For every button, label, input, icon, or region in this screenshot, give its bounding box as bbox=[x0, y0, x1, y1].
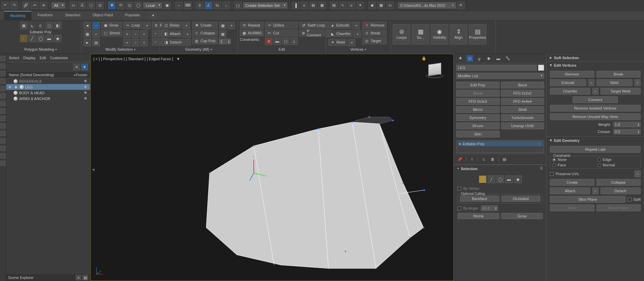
repeat-last-button[interactable]: Repeat Last bbox=[550, 146, 641, 153]
modifier-list-dropdown[interactable]: Modifier List bbox=[456, 73, 544, 79]
radio-edge[interactable] bbox=[597, 158, 601, 162]
named-sel-icon[interactable]: { } bbox=[234, 2, 242, 9]
mod-btn-edit-poly[interactable]: Edit Poly bbox=[456, 82, 500, 88]
vstrip-btn[interactable] bbox=[0, 116, 6, 121]
menu-select[interactable]: Select bbox=[9, 56, 19, 60]
chk-by-vertex[interactable] bbox=[458, 187, 461, 191]
ref-coord-dropdown[interactable]: Local bbox=[143, 2, 162, 9]
close-icon[interactable]: ✕ bbox=[457, 2, 465, 9]
chamfer-dd-icon[interactable]: ▾ bbox=[354, 30, 361, 38]
viewport-label-plus[interactable]: [ + ] bbox=[93, 57, 100, 61]
attach-dd-icon[interactable]: ▾ bbox=[183, 30, 191, 38]
display-tab-icon[interactable]: ▬ bbox=[495, 55, 502, 62]
panel-title-edit[interactable]: Edit bbox=[240, 47, 324, 52]
prev-sel-icon[interactable]: ◄ bbox=[84, 22, 91, 29]
attach-list-button[interactable]: ▫ bbox=[592, 187, 598, 194]
geo-create-button[interactable]: Create bbox=[550, 179, 594, 186]
select-name-icon[interactable]: ☰ bbox=[78, 2, 86, 9]
vstrip-btn[interactable] bbox=[0, 56, 6, 61]
mod-btn-bevel[interactable]: Bevel bbox=[456, 90, 500, 97]
vertex-subobj-icon[interactable]: ⋮ bbox=[20, 35, 28, 42]
next-sel-icon[interactable]: ► bbox=[84, 39, 91, 46]
detach-button[interactable]: ◨Detach bbox=[162, 39, 191, 46]
expand-icon[interactable]: ▸ bbox=[459, 142, 461, 146]
element-subobj-icon[interactable]: ◉ bbox=[54, 35, 61, 42]
edit-poly-mode-icon[interactable]: ◣ bbox=[29, 22, 36, 29]
loop-opt1-icon[interactable]: ▫ bbox=[132, 30, 139, 38]
material-editor-icon[interactable]: ◉ bbox=[369, 2, 376, 9]
create-button[interactable]: ✚Create bbox=[192, 22, 218, 29]
geo-opt1-icon[interactable]: ▦ bbox=[219, 22, 227, 29]
extrude-button[interactable]: ▲Extrude bbox=[328, 22, 351, 29]
frozen-icon[interactable]: ❄ bbox=[82, 90, 89, 95]
mod-btn-ffd3[interactable]: FFD 3x3x3 bbox=[456, 98, 500, 105]
panel-title-geometry-all[interactable]: Geometry (All)▾ bbox=[162, 47, 235, 52]
lock-icon[interactable]: 🔒 bbox=[422, 56, 426, 61]
frozen-icon[interactable]: ❄ bbox=[82, 96, 89, 101]
layers-icon[interactable]: ▤ bbox=[309, 2, 317, 9]
tab-freeform[interactable]: Freeform bbox=[32, 11, 59, 20]
break-vert-button[interactable]: Break bbox=[596, 71, 641, 78]
mod-btn-mirror[interactable]: Mirror bbox=[456, 106, 500, 113]
nurms-button[interactable]: ▦NURMS bbox=[240, 30, 264, 36]
window-crossing-icon[interactable]: ⊡ bbox=[96, 2, 104, 9]
shaded-mode-icon[interactable]: ◧ bbox=[54, 22, 61, 29]
loops-large-button[interactable]: ⊜Loops bbox=[393, 24, 410, 45]
menu-edit[interactable]: Edit bbox=[40, 56, 46, 60]
weld-settings-button[interactable]: ▫ bbox=[634, 79, 641, 86]
editable-poly-mode-icon[interactable]: ▦ bbox=[20, 22, 28, 29]
angle-snap-icon[interactable]: ∠ bbox=[205, 2, 212, 9]
render-frame-icon[interactable]: ▭ bbox=[386, 2, 394, 9]
mod-btn-skin[interactable]: Skin bbox=[456, 131, 500, 137]
geo-opt2-icon[interactable]: ▦ bbox=[219, 30, 227, 38]
particle-icon[interactable]: ✦ bbox=[357, 2, 364, 9]
object-color-swatch[interactable] bbox=[538, 65, 544, 71]
slice-plane-button[interactable]: Slice Plane bbox=[550, 196, 626, 203]
make-unique-icon[interactable]: ⎌ bbox=[481, 156, 487, 162]
vstrip-btn[interactable] bbox=[0, 71, 6, 76]
rollout-selection-header[interactable]: ▾ Selection ⠿ bbox=[454, 165, 546, 172]
remove-iso-button[interactable]: Remove Isolated Vertices bbox=[550, 105, 641, 112]
remove-unused-button[interactable]: Remove Unused Map Verts bbox=[550, 113, 641, 120]
poly-mode-icon[interactable]: ◐ bbox=[37, 22, 44, 29]
vstrip-btn[interactable] bbox=[0, 146, 6, 151]
backface-button[interactable]: Backface bbox=[460, 196, 499, 202]
list-item[interactable]: BODY & HEAD ❄ bbox=[6, 90, 90, 96]
percent-snap-icon[interactable]: % bbox=[214, 2, 221, 9]
footer-btn-1[interactable]: ≡ bbox=[76, 275, 81, 280]
mod-btn-symmetry[interactable]: Symmetry bbox=[456, 114, 500, 121]
vstrip-btn[interactable] bbox=[0, 138, 6, 144]
radio-face[interactable] bbox=[552, 163, 556, 167]
loop-dd-icon[interactable]: ▾ bbox=[143, 22, 150, 29]
panel-title-vertices[interactable]: Vertices▾ bbox=[328, 47, 388, 52]
weld-button[interactable]: ✶Weld bbox=[328, 39, 347, 46]
tab-object-paint[interactable]: Object Paint bbox=[87, 11, 119, 20]
constraint-normal-icon[interactable]: ⊥ bbox=[290, 37, 298, 45]
panel-title-polygon-modeling[interactable]: Polygon Modeling▾ bbox=[2, 47, 79, 52]
list-item[interactable]: REFERENCE ❄ bbox=[6, 78, 90, 84]
panel-title-modify-selection[interactable]: Modify Selection▾ bbox=[84, 47, 157, 52]
frozen-icon[interactable]: ❄ bbox=[82, 79, 89, 83]
cube-mode-icon[interactable]: ▢ bbox=[46, 22, 53, 29]
constraint-edge-icon[interactable]: ▬ bbox=[273, 37, 281, 45]
vstrip-btn[interactable] bbox=[0, 78, 6, 84]
viewport-left-handle[interactable]: ◄ bbox=[91, 167, 95, 171]
weld-vert-button[interactable]: Weld bbox=[596, 79, 633, 86]
render-icon[interactable]: ◉ bbox=[14, 85, 18, 89]
selection-filter-dropdown[interactable]: All bbox=[52, 2, 65, 9]
ring-opt2-icon[interactable]: ▪ bbox=[140, 39, 148, 46]
vstrip-btn[interactable] bbox=[0, 131, 6, 136]
pin-stack-icon[interactable]: 📌 bbox=[457, 156, 463, 162]
relax-button[interactable]: ◫Relax bbox=[162, 22, 181, 29]
target-weld-button[interactable]: Target Weld bbox=[601, 88, 641, 95]
constraint-none-icon[interactable]: ⊘ bbox=[265, 37, 272, 45]
slice-button[interactable]: Slice bbox=[550, 204, 594, 211]
extrude-dd-icon[interactable]: ▾ bbox=[352, 22, 360, 29]
unlink-icon[interactable]: ✂ bbox=[31, 2, 38, 9]
viewport-filter-icon[interactable]: ▼ bbox=[176, 57, 180, 61]
sel-hl-icon[interactable]: ▤ bbox=[92, 39, 100, 46]
shrink-button[interactable]: ▢Shrink bbox=[101, 30, 122, 36]
align-large-button[interactable]: ⇕Align bbox=[450, 24, 467, 45]
object-name-field[interactable]: LEG bbox=[456, 65, 537, 71]
rollout-edit-geometry-header[interactable]: ▾ Edit Geometry bbox=[547, 136, 644, 144]
